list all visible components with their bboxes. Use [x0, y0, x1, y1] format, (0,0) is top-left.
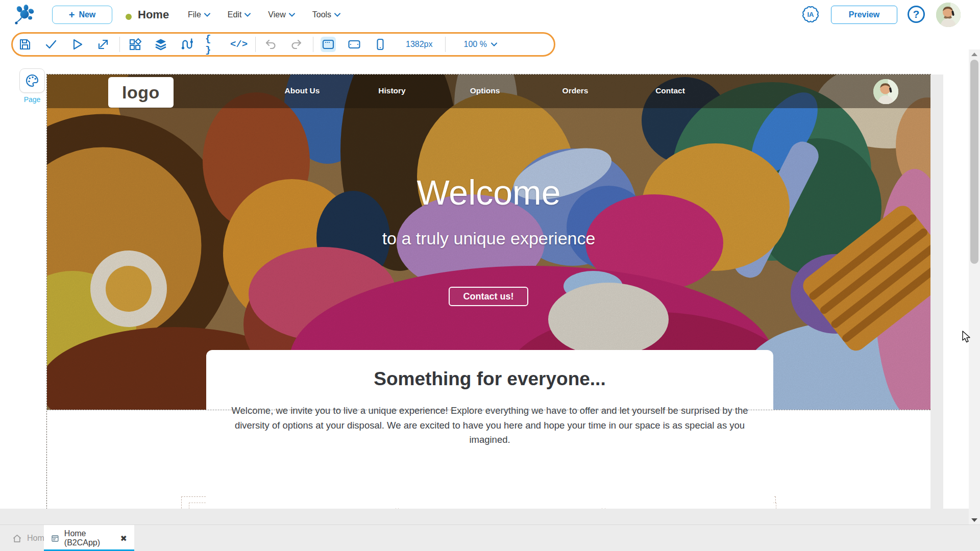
zoom-select[interactable]: 100 %: [464, 40, 497, 49]
mobile-view-button[interactable]: [373, 37, 388, 52]
nav-link-options[interactable]: Options: [470, 86, 500, 95]
nav-link-about[interactable]: About Us: [285, 86, 320, 95]
menu-file[interactable]: File: [188, 10, 210, 19]
hero-subtitle: to a truly unique experience: [47, 229, 930, 248]
menu-tools[interactable]: Tools: [312, 10, 340, 19]
help-button[interactable]: ?: [908, 6, 925, 23]
page-window-icon: [51, 534, 59, 543]
app-logo-icon[interactable]: [13, 4, 35, 26]
canvas-width-value[interactable]: 1382px: [406, 40, 433, 49]
redo-icon: [290, 38, 303, 51]
expressions-button[interactable]: { }: [205, 37, 220, 52]
menu-tools-label: Tools: [312, 10, 331, 19]
preview-button-label: Preview: [849, 10, 879, 19]
publish-button[interactable]: [95, 37, 111, 52]
scrollbar-thumb[interactable]: [970, 60, 978, 264]
scroll-up-arrow[interactable]: [969, 49, 980, 59]
toolbar-divider: [119, 37, 120, 52]
braces-icon: { }: [205, 33, 220, 56]
plus-icon: +: [69, 10, 75, 20]
tab-active-label: Home (B2CApp): [64, 529, 114, 547]
nav-link-orders[interactable]: Orders: [562, 86, 589, 95]
toolbar-divider: [255, 37, 256, 52]
menu-view-label: View: [268, 10, 285, 19]
design-canvas[interactable]: logo About Us History Options Orders Con…: [47, 74, 930, 509]
nav-link-history[interactable]: History: [378, 86, 405, 95]
menu-edit[interactable]: Edit: [228, 10, 251, 19]
app-window: + New Home File Edit View Tools: [0, 0, 980, 551]
toolbar-divider: [445, 37, 446, 52]
desktop-view-icon: [322, 38, 335, 51]
layers-button[interactable]: [153, 37, 168, 52]
home-icon: [12, 534, 22, 543]
contact-us-button[interactable]: Contact us!: [449, 287, 528, 306]
scroll-down-arrow[interactable]: [969, 515, 980, 524]
palette-icon: [25, 73, 39, 88]
new-button-label: New: [79, 10, 95, 19]
canvas-bottom-gutter: [0, 509, 980, 524]
menu-file-label: File: [188, 10, 201, 19]
menu-edit-label: Edit: [228, 10, 242, 19]
page-panel-button[interactable]: [19, 68, 45, 93]
section-boundary-line: [47, 410, 930, 410]
chevron-down-icon: [204, 13, 210, 17]
site-logo-text: logo: [122, 83, 160, 103]
play-icon: [70, 38, 84, 51]
close-tab-icon[interactable]: ✖: [120, 534, 127, 543]
chevron-down-icon: [244, 13, 251, 17]
layers-icon: [154, 38, 167, 51]
mobile-view-icon: [374, 38, 387, 51]
chevron-down-icon: [491, 42, 497, 46]
code-icon: </>: [230, 39, 248, 50]
chevron-down-icon: [289, 13, 295, 17]
menu-view[interactable]: View: [268, 10, 295, 19]
nav-link-contact[interactable]: Contact: [655, 86, 685, 95]
zoom-level-value: 100 %: [464, 40, 487, 49]
content-card[interactable]: Something for everyone... Welcome, we in…: [206, 350, 773, 508]
tab-home-b2capp[interactable]: Home (B2CApp) ✖: [44, 525, 134, 551]
desktop-view-button[interactable]: [321, 37, 336, 52]
tablet-view-button[interactable]: [347, 37, 362, 52]
vertical-scrollbar[interactable]: [969, 49, 980, 524]
components-icon: [128, 38, 141, 51]
undo-icon: [264, 38, 277, 51]
connector-icon: [180, 38, 193, 51]
hero-title: Welcome: [47, 172, 930, 212]
site-logo[interactable]: logo: [108, 77, 174, 108]
save-icon: [18, 38, 32, 51]
editor-toolbar: { } </>: [0, 30, 980, 59]
menu-bar: File Edit View Tools: [188, 0, 340, 30]
bottom-tab-bar: Home Home (B2CApp) ✖: [0, 524, 980, 551]
contact-us-label: Contact us!: [463, 291, 514, 302]
components-button[interactable]: [127, 37, 142, 52]
page-title: Home: [138, 8, 169, 21]
export-icon: [96, 38, 110, 51]
site-user-avatar[interactable]: [873, 79, 898, 104]
check-icon: [44, 38, 58, 51]
save-button[interactable]: [17, 37, 33, 52]
user-avatar[interactable]: [936, 3, 961, 27]
tablet-view-icon: [348, 38, 361, 51]
ia-badge-icon[interactable]: IA: [801, 5, 820, 23]
chevron-down-icon: [334, 13, 340, 17]
site-navbar: logo About Us History Options Orders Con…: [47, 74, 930, 108]
new-button[interactable]: + New: [52, 6, 112, 24]
canvas-right-gutter: [930, 74, 943, 509]
top-bar: + New Home File Edit View Tools: [0, 0, 980, 30]
validate-button[interactable]: [43, 37, 59, 52]
redo-button[interactable]: [289, 37, 304, 52]
source-code-button[interactable]: </>: [231, 37, 247, 52]
undo-button[interactable]: [263, 37, 278, 52]
status-dot: [126, 14, 132, 20]
run-button[interactable]: [69, 37, 85, 52]
connector-button[interactable]: [179, 37, 194, 52]
toolbar-divider: [313, 37, 313, 52]
ia-badge-label: IA: [807, 11, 814, 18]
question-icon: ?: [913, 8, 920, 20]
card-title: Something for everyone...: [206, 368, 773, 390]
preview-button[interactable]: Preview: [831, 6, 897, 24]
